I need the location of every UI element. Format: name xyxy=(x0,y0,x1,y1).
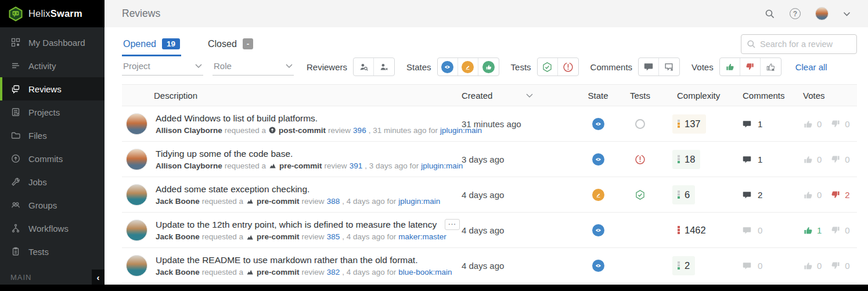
review-id-link[interactable]: 382 xyxy=(327,268,340,276)
comment-bubble-icon xyxy=(743,261,751,270)
review-title[interactable]: Added some state exception checking. xyxy=(156,184,309,195)
sidebar-item-projects[interactable]: Projects xyxy=(0,100,105,124)
user-menu-chevron-icon[interactable] xyxy=(843,12,851,16)
state-approved-button[interactable] xyxy=(478,58,499,76)
thumbs-up-icon[interactable] xyxy=(803,225,813,235)
review-author[interactable]: Allison Clayborne xyxy=(156,161,222,170)
sidebar-item-workflows[interactable]: Workflows xyxy=(0,217,105,240)
column-header-tests[interactable]: Tests xyxy=(618,91,662,100)
sort-chevron-icon[interactable] xyxy=(526,94,533,98)
votes-cell: 0 0 xyxy=(784,155,857,164)
thumbs-down-icon[interactable] xyxy=(831,225,841,235)
column-header-complexity[interactable]: Complexity xyxy=(662,91,723,100)
sidebar-item-jobs[interactable]: Jobs xyxy=(0,170,105,193)
table-row[interactable]: Added Windows to list of build platforms… xyxy=(122,106,857,142)
sidebar-item-label: Jobs xyxy=(28,177,47,187)
comments-cell: 2 xyxy=(723,190,784,200)
sidebar-collapse-button[interactable]: ‹ xyxy=(92,270,105,285)
clear-all-filters-link[interactable]: Clear all xyxy=(795,62,827,72)
tests-running-icon xyxy=(635,119,645,129)
commit-type-label: post-commit xyxy=(279,126,326,135)
votes-filter-group xyxy=(719,58,781,76)
thumbs-down-icon[interactable] xyxy=(831,119,841,129)
review-id-link[interactable]: 391 xyxy=(350,161,363,170)
column-header-state[interactable]: State xyxy=(578,91,618,100)
sidebar-item-tests[interactable]: Tests xyxy=(0,240,105,263)
sidebar-item-files[interactable]: Files xyxy=(0,124,105,147)
review-title[interactable]: Update to the 12th entry point, which is… xyxy=(156,220,437,230)
sidebar-item-reviews[interactable]: Reviews xyxy=(0,77,105,100)
upvote-count: 0 xyxy=(817,155,822,164)
age-text: , 4 days ago for xyxy=(342,197,396,206)
thumbs-down-icon[interactable] xyxy=(831,261,841,271)
table-body: Added Windows to list of build platforms… xyxy=(122,106,857,283)
user-avatar[interactable] xyxy=(815,7,829,20)
votes-none-button[interactable] xyxy=(761,58,781,76)
app-logo[interactable]: HelixSwarm xyxy=(0,0,105,27)
thumbs-up-icon[interactable] xyxy=(803,261,813,271)
states-filter-label: States xyxy=(406,62,431,72)
votes-down-button[interactable] xyxy=(740,58,761,76)
thumbs-down-icon[interactable] xyxy=(831,190,841,200)
tests-pass-button[interactable] xyxy=(538,58,558,76)
table-row[interactable]: Added some state exception checking. ···… xyxy=(122,177,857,213)
review-author[interactable]: Jack Boone xyxy=(156,268,200,276)
thumbs-up-icon[interactable] xyxy=(803,155,813,164)
table-row[interactable]: Update the README to use markdown rather… xyxy=(122,248,857,283)
review-title[interactable]: Added Windows to list of build platforms… xyxy=(156,113,318,124)
tests-icon xyxy=(10,246,21,257)
table-row[interactable]: Update to the 12th entry point, which is… xyxy=(122,213,857,248)
branch-link[interactable]: blue-book:main xyxy=(398,268,452,276)
helix-swarm-logo-icon xyxy=(8,6,23,21)
state-needs-review-button[interactable] xyxy=(438,58,458,76)
column-header-comments[interactable]: Comments xyxy=(723,91,784,100)
column-header-description[interactable]: Description xyxy=(122,91,462,100)
state-needs-revision-button[interactable] xyxy=(458,58,478,76)
review-author[interactable]: Jack Boone xyxy=(156,232,200,241)
votes-cell: 0 0 xyxy=(784,119,857,129)
review-author[interactable]: Jack Boone xyxy=(156,197,200,206)
complexity-bar-icon xyxy=(678,261,680,270)
branch-link[interactable]: maker:master xyxy=(398,232,446,241)
tests-fail-button[interactable] xyxy=(558,58,578,76)
help-icon[interactable]: ? xyxy=(790,8,801,19)
column-header-votes[interactable]: Votes xyxy=(784,91,857,100)
thumbs-up-icon[interactable] xyxy=(803,190,813,200)
review-id-link[interactable]: 385 xyxy=(327,232,340,241)
page-title: Reviews xyxy=(122,8,765,20)
review-author[interactable]: Allison Clayborne xyxy=(156,126,222,135)
table-row[interactable]: Tidying up some of the code base. ··· Al… xyxy=(122,142,857,177)
reviewers-search-button[interactable] xyxy=(354,58,374,76)
downvote-count: 0 xyxy=(845,261,849,271)
sidebar-item-commits[interactable]: Commits xyxy=(0,147,105,170)
review-id-link[interactable]: 396 xyxy=(353,126,366,135)
complexity-cell: 2 xyxy=(662,256,723,275)
review-title[interactable]: Tidying up some of the code base. xyxy=(156,149,293,159)
search-input[interactable] xyxy=(741,34,857,54)
branch-link[interactable]: jplugin:main xyxy=(421,161,463,170)
votes-up-button[interactable] xyxy=(720,58,740,76)
sidebar-item-my-dashboard[interactable]: My Dashboard xyxy=(0,31,105,54)
sidebar-item-groups[interactable]: Groups xyxy=(0,193,105,217)
review-title[interactable]: Update the README to use markdown rather… xyxy=(156,255,417,265)
role-filter-dropdown[interactable]: Role xyxy=(213,59,294,76)
review-id-link[interactable]: 388 xyxy=(327,197,340,206)
thumbs-up-icon[interactable] xyxy=(803,119,813,129)
column-header-created[interactable]: Created xyxy=(462,91,492,100)
branch-link[interactable]: jplugin:main xyxy=(398,197,440,206)
tab-closed[interactable]: Closed - xyxy=(207,32,254,56)
votes-cell: 0 0 xyxy=(784,261,857,271)
comments-none-button[interactable] xyxy=(659,58,679,76)
expand-description-button[interactable]: ··· xyxy=(445,219,460,230)
sidebar-item-activity[interactable]: Activity xyxy=(0,54,105,77)
tab-opened[interactable]: Opened 19 xyxy=(122,32,181,56)
person-search-icon xyxy=(359,62,369,72)
tab-closed-label: Closed xyxy=(208,39,237,49)
sidebar-footer: MAIN ‹ xyxy=(0,270,105,285)
thumbs-down-icon[interactable] xyxy=(831,155,841,164)
global-search-icon[interactable] xyxy=(765,9,775,19)
reviewers-clear-button[interactable] xyxy=(374,58,394,76)
commit-type-label: pre-commit xyxy=(257,197,300,206)
project-filter-dropdown[interactable]: Project xyxy=(122,59,203,76)
comments-present-button[interactable] xyxy=(639,58,659,76)
